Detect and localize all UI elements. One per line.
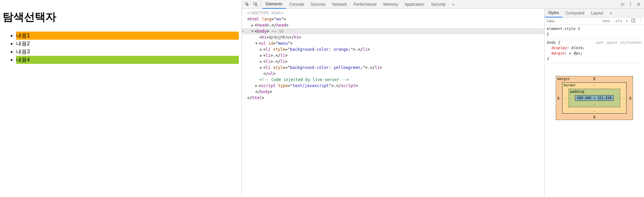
- list-item: 내용2: [16, 40, 239, 48]
- dom-tree[interactable]: <!DOCTYPE html> <html lang="en"> ▶<head>…: [242, 9, 544, 197]
- svg-point-3: [630, 2, 631, 3]
- tab-security[interactable]: Security: [428, 0, 449, 9]
- tab-console[interactable]: Console: [286, 0, 307, 9]
- tab-elements[interactable]: Elements: [262, 0, 286, 9]
- tab-sources[interactable]: Sources: [307, 0, 329, 9]
- box-model[interactable]: margin 8 8 8 8 border - - - - padding: [545, 66, 644, 130]
- tab-styles[interactable]: Styles: [545, 9, 562, 17]
- svg-rect-6: [632, 19, 635, 22]
- gear-icon[interactable]: [620, 2, 625, 7]
- tab-application[interactable]: Application: [401, 0, 428, 9]
- svg-point-4: [630, 4, 631, 4]
- rendered-page: 탐색선택자 내용1 내용2 내용3 내용4: [0, 0, 241, 197]
- tab-memory[interactable]: Memory: [380, 0, 401, 9]
- inspect-icon[interactable]: [245, 2, 250, 7]
- more-tabs-icon[interactable]: »: [449, 0, 458, 9]
- list-item: 내용3: [16, 48, 239, 56]
- sidebar-toggle-icon[interactable]: [630, 18, 637, 24]
- elements-panel: <!DOCTYPE html> <html lang="en"> ▶<head>…: [242, 9, 545, 197]
- menu-list: 내용1 내용2 내용3 내용4: [3, 32, 239, 64]
- page-heading: 탐색선택자: [3, 10, 239, 25]
- svg-point-5: [630, 5, 631, 6]
- more-tabs-icon[interactable]: »: [606, 9, 615, 17]
- cls-button[interactable]: .cls: [612, 19, 624, 23]
- devtools-panel: Elements Console Sources Network Perform…: [241, 0, 644, 197]
- list-item: 내용1: [16, 32, 239, 40]
- kebab-menu-icon[interactable]: [628, 2, 633, 7]
- more-icon[interactable]: ⋮: [637, 19, 644, 23]
- devtools-main-tabs: Elements Console Sources Network Perform…: [242, 0, 644, 9]
- tab-performance[interactable]: Performance: [350, 0, 380, 9]
- list-item: 내용4: [16, 56, 239, 64]
- svg-point-2: [622, 4, 623, 5]
- styles-filter-input[interactable]: [545, 19, 599, 23]
- styles-filter-bar: :hov .cls + ⋮: [545, 17, 644, 25]
- hov-button[interactable]: :hov: [599, 19, 612, 23]
- tab-computed[interactable]: Computed: [562, 9, 588, 17]
- styles-panel: Styles Computed Layout » :hov .cls + ⋮ e…: [545, 9, 644, 197]
- devtools-body: <!DOCTYPE html> <html lang="en"> ▶<head>…: [242, 9, 644, 197]
- divider: [261, 2, 261, 7]
- add-rule-icon[interactable]: +: [624, 19, 630, 23]
- styles-tabs: Styles Computed Layout »: [545, 9, 644, 17]
- device-toggle-icon[interactable]: [253, 2, 258, 7]
- dom-doctype: <!DOCTYPE html>: [247, 11, 283, 15]
- close-icon[interactable]: [636, 2, 641, 7]
- styles-rules[interactable]: element.style {} user agent stylesheet b…: [545, 25, 644, 66]
- tab-network[interactable]: Network: [329, 0, 350, 9]
- tab-layout[interactable]: Layout: [588, 9, 606, 17]
